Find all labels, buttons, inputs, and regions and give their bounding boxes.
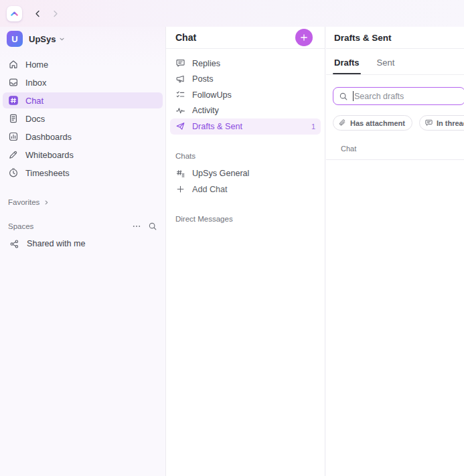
filter-label: Has attachment <box>350 119 405 127</box>
filter-chips: Has attachment In thread <box>326 105 464 131</box>
docs-icon <box>8 113 19 124</box>
chat-item-label: Activity <box>192 106 315 115</box>
sidebar-item-inbox[interactable]: Inbox <box>3 74 163 90</box>
forward-button[interactable] <box>46 5 64 22</box>
channel-icon <box>175 169 185 179</box>
chats-section-header[interactable]: Chats <box>166 152 325 160</box>
tab-sent[interactable]: Sent <box>377 58 395 74</box>
spaces-label: Spaces <box>8 222 33 230</box>
sidebar-item-shared-with-me[interactable]: Shared with me <box>0 236 165 252</box>
topbar <box>0 0 464 27</box>
chat-panel: Chat Replies Posts FollowUps <box>165 27 325 476</box>
add-chat-label: Add Chat <box>192 185 228 194</box>
shared-with-me-label: Shared with me <box>27 239 86 248</box>
favorites-section[interactable]: Favorites <box>0 195 165 209</box>
chat-nav-list: Replies Posts FollowUps Activity Drafts … <box>166 49 325 135</box>
ellipsis-icon[interactable] <box>132 222 141 231</box>
channel-label: UpSys General <box>192 169 249 178</box>
chat-item-followups[interactable]: FollowUps <box>170 87 321 103</box>
chat-channel-upsys-general[interactable]: UpSys General <box>170 166 321 182</box>
workspace-avatar: U <box>7 31 23 47</box>
chat-hash-icon <box>8 95 19 106</box>
sidebar-item-label: Timesheets <box>25 168 70 178</box>
filter-has-attachment[interactable]: Has attachment <box>333 115 412 131</box>
chat-panel-title: Chat <box>175 32 295 43</box>
plus-icon <box>175 184 185 194</box>
direct-messages-section-header[interactable]: Direct Messages <box>166 215 325 223</box>
chat-item-activity[interactable]: Activity <box>170 103 321 119</box>
sidebar-item-label: Dashboards <box>25 132 72 142</box>
sidebar-item-docs[interactable]: Docs <box>3 110 163 127</box>
chat-item-label: Posts <box>192 74 315 84</box>
add-chat-button[interactable]: Add Chat <box>170 181 321 197</box>
replies-icon <box>175 58 185 68</box>
search-icon[interactable] <box>148 222 157 231</box>
plus-icon <box>299 33 309 42</box>
thread-icon <box>424 118 433 127</box>
tab-drafts[interactable]: Drafts <box>334 58 360 74</box>
sidebar-nav: Home Inbox Chat Docs Dashboards <box>0 52 165 181</box>
whiteboards-icon <box>8 149 19 160</box>
sidebar-item-home[interactable]: Home <box>3 56 163 72</box>
sidebar-item-label: Inbox <box>25 78 46 88</box>
sidebar-item-timesheets[interactable]: Timesheets <box>3 165 163 181</box>
drafts-panel-title: Drafts & Sent <box>326 27 464 49</box>
chat-item-replies[interactable]: Replies <box>170 56 321 72</box>
share-icon <box>9 239 19 249</box>
paperclip-icon <box>338 118 347 127</box>
sidebar-item-label: Home <box>25 60 48 70</box>
filter-label: In thread <box>437 119 464 127</box>
activity-icon <box>175 106 185 116</box>
chat-item-label: Drafts & Sent <box>192 122 311 131</box>
app-logo-icon[interactable] <box>7 6 22 21</box>
drafts-tabs: Drafts Sent <box>326 49 464 75</box>
column-divider <box>326 159 464 160</box>
inbox-icon <box>8 77 19 88</box>
sidebar-item-label: Docs <box>25 114 45 124</box>
search-icon <box>339 92 348 101</box>
sidebar-item-dashboards[interactable]: Dashboards <box>3 129 163 145</box>
sidebar-item-label: Whiteboards <box>25 150 74 160</box>
new-chat-button[interactable] <box>295 29 313 46</box>
dashboards-icon <box>8 131 19 142</box>
column-header-chat: Chat <box>326 131 464 159</box>
chat-item-posts[interactable]: Posts <box>170 72 321 88</box>
chevron-right-icon <box>43 199 50 206</box>
spaces-section[interactable]: Spaces <box>0 220 165 233</box>
search-drafts-input[interactable] <box>354 92 459 101</box>
timesheets-icon <box>8 167 19 178</box>
sidebar-item-chat[interactable]: Chat <box>3 92 163 108</box>
sidebar-item-whiteboards[interactable]: Whiteboards <box>3 147 163 163</box>
home-icon <box>8 59 19 70</box>
filter-in-thread[interactable]: In thread <box>419 115 464 131</box>
followups-icon <box>175 90 185 100</box>
chat-item-label: FollowUps <box>192 90 315 100</box>
sidebar-item-label: Chat <box>25 96 44 106</box>
chat-item-drafts-sent[interactable]: Drafts & Sent 1 <box>170 118 321 135</box>
workspace-switcher[interactable]: U UpSys <box>0 27 165 52</box>
drafts-panel: Drafts & Sent Drafts Sent Has attachment… <box>326 27 464 476</box>
posts-icon <box>175 74 185 84</box>
unread-badge: 1 <box>311 123 315 131</box>
favorites-label: Favorites <box>8 198 40 206</box>
workspace-name: UpSys <box>29 34 56 44</box>
text-caret <box>353 91 354 101</box>
chevron-down-icon <box>58 35 66 43</box>
send-icon <box>175 121 185 131</box>
search-box[interactable] <box>333 87 464 105</box>
sidebar: U UpSys Home Inbox Chat <box>0 0 165 476</box>
chat-panel-header: Chat <box>166 27 325 49</box>
chat-item-label: Replies <box>192 59 315 68</box>
back-button[interactable] <box>29 5 46 22</box>
